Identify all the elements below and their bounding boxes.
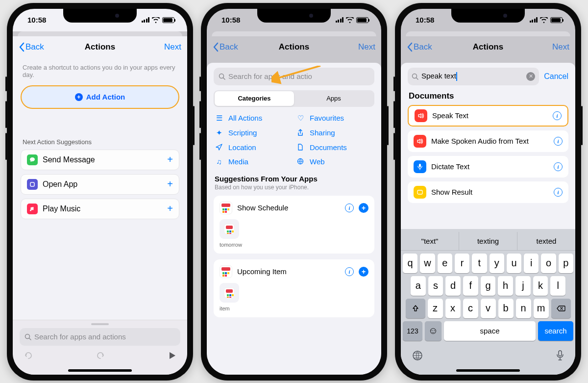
- info-icon[interactable]: i: [554, 137, 563, 146]
- key-p[interactable]: p: [559, 254, 573, 273]
- key-i[interactable]: i: [524, 254, 539, 273]
- add-icon[interactable]: +: [167, 154, 173, 165]
- cat-location[interactable]: Location: [215, 143, 292, 152]
- undo-button[interactable]: [24, 351, 33, 362]
- search-field[interactable]: Search for apps and actio: [214, 68, 374, 85]
- suggestion-label: Play Music: [43, 204, 80, 213]
- info-icon[interactable]: i: [554, 188, 563, 197]
- numbers-key[interactable]: 123: [403, 321, 422, 341]
- add-icon[interactable]: +: [359, 267, 368, 277]
- backspace-key[interactable]: [551, 299, 571, 318]
- key-x[interactable]: x: [445, 299, 461, 318]
- key-o[interactable]: o: [541, 254, 556, 273]
- cat-scripting[interactable]: ✦Scripting: [215, 128, 292, 137]
- key-n[interactable]: n: [516, 299, 531, 318]
- suggestion-send-message[interactable]: Send Message +: [21, 150, 179, 170]
- seg-apps[interactable]: Apps: [294, 91, 373, 106]
- search-placeholder: Search for apps and actions: [34, 332, 126, 341]
- key-k[interactable]: k: [533, 276, 548, 296]
- music-icon: [27, 204, 38, 214]
- results-section-title: Documents: [408, 91, 568, 105]
- key-t[interactable]: t: [472, 254, 487, 273]
- add-action-button[interactable]: + Add Action: [21, 85, 179, 109]
- key-j[interactable]: j: [515, 276, 531, 296]
- cat-media[interactable]: ♫Media: [215, 157, 292, 166]
- next-button[interactable]: Next: [552, 42, 569, 52]
- info-icon[interactable]: i: [553, 111, 562, 120]
- clear-icon[interactable]: ✕: [526, 72, 535, 81]
- search-key[interactable]: search: [538, 321, 573, 341]
- info-icon[interactable]: i: [345, 204, 354, 212]
- suggestion-card[interactable]: Show Schedule i+ tomorrow: [214, 196, 374, 254]
- suggestion-open-app[interactable]: Open App +: [21, 174, 179, 195]
- back-button[interactable]: Back: [213, 42, 238, 52]
- key-z[interactable]: z: [428, 299, 443, 318]
- search-input[interactable]: Speak text ✕: [408, 68, 539, 85]
- segmented-control[interactable]: Categories Apps: [214, 90, 374, 107]
- cat-all-actions[interactable]: ☰All Actions: [215, 114, 292, 123]
- suggestion-play-music[interactable]: Play Music +: [21, 199, 179, 219]
- next-button[interactable]: Next: [164, 42, 181, 52]
- keyboard[interactable]: "text" texting texted q w e r t y u i o …: [401, 229, 575, 375]
- suggestion-card[interactable]: Upcoming Item i+ item: [214, 259, 374, 317]
- info-icon[interactable]: i: [554, 162, 563, 171]
- add-icon[interactable]: +: [359, 203, 368, 213]
- info-icon[interactable]: i: [345, 267, 354, 276]
- key-c[interactable]: c: [463, 299, 478, 318]
- cancel-button[interactable]: Cancel: [544, 72, 568, 81]
- back-button[interactable]: Back: [19, 42, 44, 52]
- notch: [257, 9, 331, 23]
- phone-frame-2: 10:58 Back Actions Next Search for apps …: [201, 3, 387, 381]
- result-speak-text[interactable]: Speak Text i: [408, 105, 568, 127]
- shift-key[interactable]: [406, 299, 425, 318]
- key-m[interactable]: m: [534, 299, 549, 318]
- result-show-result[interactable]: Show Result i: [408, 181, 568, 203]
- result-dictate-text[interactable]: Dictate Text i: [408, 156, 568, 178]
- key-b[interactable]: b: [498, 299, 514, 318]
- key-d[interactable]: d: [445, 276, 461, 296]
- key-f[interactable]: f: [463, 276, 478, 296]
- key-v[interactable]: v: [481, 299, 496, 318]
- add-icon[interactable]: +: [167, 179, 173, 190]
- back-button[interactable]: Back: [407, 42, 432, 52]
- home-indicator[interactable]: [456, 369, 520, 372]
- play-button[interactable]: [168, 351, 176, 362]
- cat-favourites[interactable]: ♡Favourites: [296, 114, 373, 123]
- key-y[interactable]: y: [490, 254, 504, 273]
- prediction[interactable]: "text": [401, 232, 459, 250]
- key-row-4: 123 ☺ space search: [401, 318, 575, 344]
- key-a[interactable]: a: [411, 276, 426, 296]
- search-field[interactable]: Search for apps and actions: [20, 328, 180, 346]
- sheet-stack: [401, 31, 575, 36]
- key-r[interactable]: r: [455, 254, 469, 273]
- param-chip[interactable]: [220, 219, 239, 239]
- key-g[interactable]: g: [481, 276, 496, 296]
- key-u[interactable]: u: [507, 254, 521, 273]
- screen-1: 10:58 Back Actions Next Create a shortcu…: [13, 9, 187, 375]
- keyboard-toolbar: [401, 344, 575, 367]
- key-h[interactable]: h: [498, 276, 513, 296]
- redo-button[interactable]: [96, 351, 105, 362]
- key-e[interactable]: e: [438, 254, 452, 273]
- globe-key[interactable]: [412, 350, 423, 364]
- phone-frame-3: 10:58 Back Actions Next Speak text ✕ Can…: [395, 3, 581, 381]
- prediction[interactable]: texting: [459, 232, 517, 250]
- add-icon[interactable]: +: [167, 203, 173, 214]
- prediction[interactable]: texted: [517, 232, 575, 250]
- seg-categories[interactable]: Categories: [215, 91, 294, 106]
- dictation-key[interactable]: [556, 350, 564, 364]
- home-indicator[interactable]: [68, 369, 132, 372]
- cat-web[interactable]: Web: [296, 157, 373, 166]
- cat-documents[interactable]: Documents: [296, 143, 373, 152]
- key-l[interactable]: l: [550, 276, 565, 296]
- key-q[interactable]: q: [403, 254, 417, 273]
- grabber[interactable]: [91, 323, 109, 325]
- space-key[interactable]: space: [444, 321, 536, 341]
- key-w[interactable]: w: [420, 254, 435, 273]
- emoji-key[interactable]: ☺: [425, 321, 441, 341]
- key-s[interactable]: s: [428, 276, 443, 296]
- cat-sharing[interactable]: Sharing: [296, 128, 373, 137]
- param-chip[interactable]: [220, 283, 239, 303]
- result-make-spoken-audio[interactable]: Make Spoken Audio from Text i: [408, 130, 568, 152]
- next-button[interactable]: Next: [358, 42, 375, 52]
